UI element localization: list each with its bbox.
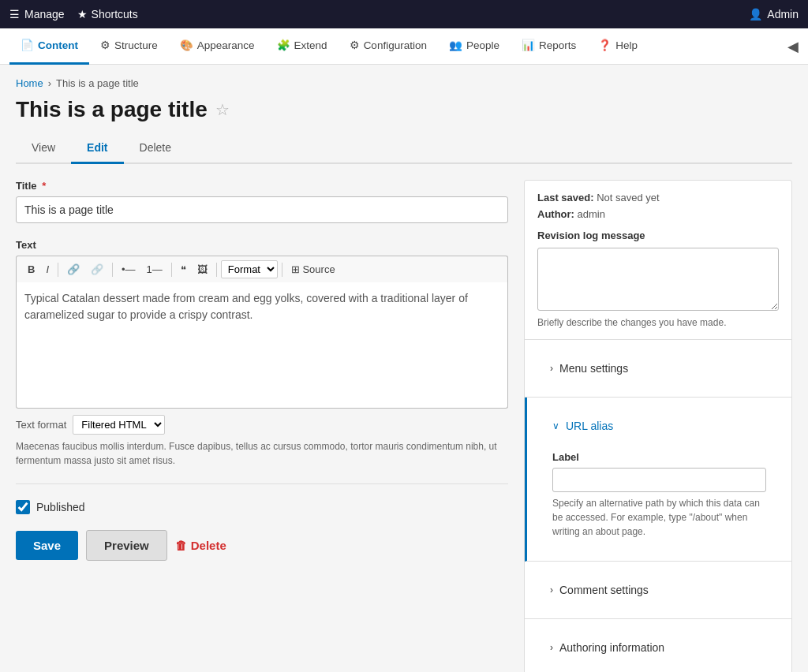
source-icon: ⊞ — [291, 263, 300, 275]
nav-structure-label: Structure — [114, 39, 158, 51]
admin-user[interactable]: 👤 Admin — [749, 8, 799, 21]
action-buttons: Save Preview 🗑 Delete — [16, 530, 508, 561]
text-field-section: Text B I 🔗 🔗 •— — [16, 239, 508, 468]
numbered-list-icon: 1— — [147, 263, 163, 275]
nav-item-content[interactable]: 📄 Content — [9, 28, 89, 65]
numbered-list-button[interactable]: 1— — [142, 261, 167, 278]
chevron-right-icon: › — [550, 363, 553, 374]
manage-button[interactable]: ☰ Manage — [9, 8, 65, 21]
comment-settings-label: Comment settings — [559, 584, 649, 596]
comment-settings-section: › Comment settings — [525, 562, 791, 619]
text-format-row: Text format Filtered HTML — [16, 415, 508, 435]
author-label: Author: — [537, 208, 574, 220]
hamburger-icon: ☰ — [9, 8, 20, 21]
nav-item-help[interactable]: ❓ Help — [587, 28, 649, 65]
format-select[interactable]: Format — [221, 260, 278, 278]
chevron-right-icon-2: › — [550, 584, 553, 595]
source-button[interactable]: ⊞ Source — [286, 261, 340, 278]
palette-icon: 🎨 — [180, 39, 193, 51]
published-checkbox[interactable] — [16, 500, 30, 514]
sidebar-meta-section: Last saved: Not saved yet Author: admin … — [525, 181, 791, 340]
title-required: * — [42, 180, 46, 192]
page-title-area: This is a page title ☆ — [16, 97, 792, 122]
nav-item-appearance[interactable]: 🎨 Appearance — [169, 28, 266, 65]
favorite-icon[interactable]: ☆ — [215, 100, 230, 119]
nav-configuration-label: Configuration — [364, 39, 427, 51]
tab-delete[interactable]: Delete — [124, 133, 187, 164]
url-input[interactable] — [552, 468, 766, 492]
link-icon: 🔗 — [67, 263, 80, 275]
nav-appearance-label: Appearance — [197, 39, 255, 51]
authoring-info-section: › Authoring information — [525, 619, 791, 672]
preview-button[interactable]: Preview — [86, 530, 167, 561]
main-content: Title * Text B I 🔗 🔗 — [16, 180, 508, 672]
chevron-down-icon: ∨ — [552, 420, 559, 431]
page-title: This is a page title — [16, 97, 208, 122]
tab-view[interactable]: View — [16, 133, 71, 164]
gear-icon: ⚙ — [350, 39, 360, 51]
toolbar-separator-5 — [282, 263, 282, 277]
bold-button[interactable]: B — [23, 261, 39, 278]
italic-button[interactable]: I — [41, 261, 54, 278]
unlink-button[interactable]: 🔗 — [86, 261, 108, 278]
help-icon: ❓ — [598, 39, 612, 51]
revision-textarea[interactable] — [537, 248, 779, 311]
text-format-label: Text format — [16, 419, 66, 431]
bullet-list-icon: •— — [122, 263, 136, 275]
breadcrumb-current: This is a page title — [56, 77, 139, 89]
nav-extend-label: Extend — [294, 39, 327, 51]
revision-label: Revision log message — [537, 230, 779, 241]
text-label: Text — [16, 239, 508, 251]
page-wrapper: Home › This is a page title This is a pa… — [0, 65, 808, 672]
image-icon: 🖼 — [197, 263, 208, 275]
breadcrumb-home[interactable]: Home — [16, 77, 43, 89]
url-alias-label: URL alias — [566, 420, 613, 432]
content-layout: Title * Text B I 🔗 🔗 — [16, 180, 792, 672]
toolbar-separator-2 — [112, 263, 113, 277]
menu-settings-toggle[interactable]: › Menu settings — [537, 351, 779, 386]
admin-label: Admin — [767, 8, 799, 21]
star-icon: ★ — [77, 8, 88, 21]
toolbar-separator-4 — [216, 263, 217, 277]
tab-edit[interactable]: Edit — [71, 133, 123, 164]
url-alias-content: Label Specify an alternative path by whi… — [540, 443, 779, 550]
shortcuts-label: Shortcuts — [92, 8, 138, 21]
nav-items: 📄 Content ⚙ Structure 🎨 Appearance 🧩 Ext… — [9, 28, 787, 65]
nav-item-structure[interactable]: ⚙ Structure — [89, 28, 169, 65]
url-alias-toggle[interactable]: ∨ URL alias — [540, 409, 779, 443]
url-label: Label — [552, 451, 766, 463]
shortcuts-button[interactable]: ★ Shortcuts — [77, 8, 138, 21]
toolbar-separator-1 — [58, 263, 58, 277]
url-alias-section: ∨ URL alias Label Specify an alternative… — [525, 398, 791, 562]
nav-help-label: Help — [615, 39, 638, 51]
comment-settings-toggle[interactable]: › Comment settings — [537, 573, 779, 607]
editor-area[interactable]: Typical Catalan dessert made from cream … — [16, 282, 508, 409]
title-label: Title * — [16, 180, 508, 192]
save-button[interactable]: Save — [16, 531, 78, 560]
authoring-info-toggle[interactable]: › Authoring information — [537, 630, 779, 665]
blockquote-button[interactable]: ❝ — [176, 261, 191, 278]
author-value: admin — [578, 208, 605, 220]
nav-item-extend[interactable]: 🧩 Extend — [266, 28, 339, 65]
main-nav: 📄 Content ⚙ Structure 🎨 Appearance 🧩 Ext… — [0, 28, 808, 65]
people-icon: 👥 — [449, 39, 462, 51]
link-button[interactable]: 🔗 — [62, 261, 84, 278]
revision-section: Revision log message Briefly describe th… — [537, 230, 779, 328]
nav-collapse-button[interactable]: ◀ — [787, 38, 799, 55]
image-button[interactable]: 🖼 — [193, 261, 212, 278]
menu-settings-section: › Menu settings — [525, 340, 791, 398]
nav-item-reports[interactable]: 📊 Reports — [511, 28, 587, 65]
sitemap-icon: ⚙ — [100, 39, 110, 51]
text-format-select[interactable]: Filtered HTML — [73, 415, 165, 435]
bullet-list-button[interactable]: •— — [117, 261, 140, 278]
toolbar-separator-3 — [171, 263, 172, 277]
admin-bar: ☰ Manage ★ Shortcuts 👤 Admin — [0, 0, 808, 28]
nav-item-people[interactable]: 👥 People — [438, 28, 511, 65]
nav-item-configuration[interactable]: ⚙ Configuration — [339, 28, 438, 65]
last-saved-value: Not saved yet — [597, 192, 660, 203]
published-label[interactable]: Published — [36, 501, 85, 513]
editor-toolbar: B I 🔗 🔗 •— 1— — [16, 256, 508, 282]
chart-icon: 📊 — [522, 39, 535, 51]
delete-button[interactable]: 🗑 Delete — [175, 539, 226, 552]
title-input[interactable] — [16, 196, 508, 223]
